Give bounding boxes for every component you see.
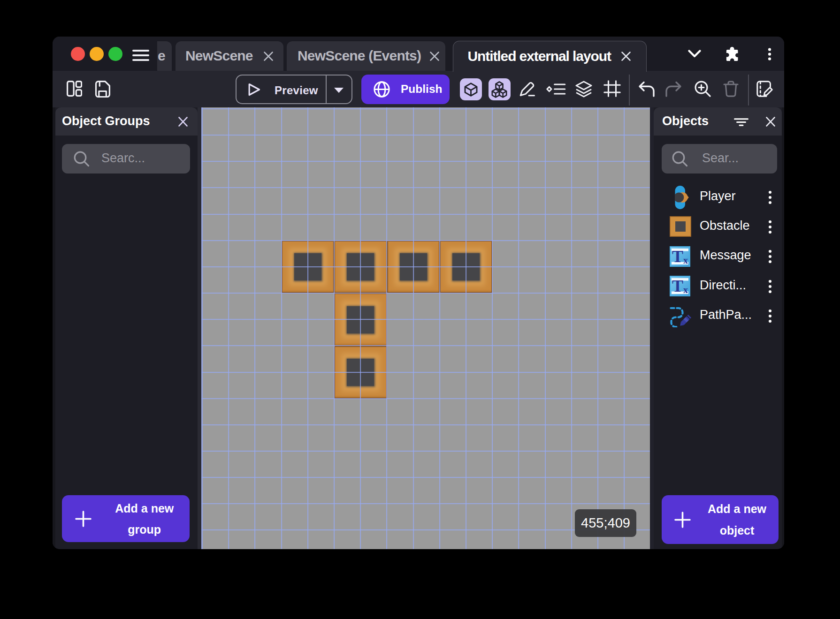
svg-text:x: x xyxy=(683,285,688,295)
svg-text:T: T xyxy=(672,277,683,295)
svg-text:T: T xyxy=(672,247,683,266)
svg-text:x: x xyxy=(683,255,688,265)
